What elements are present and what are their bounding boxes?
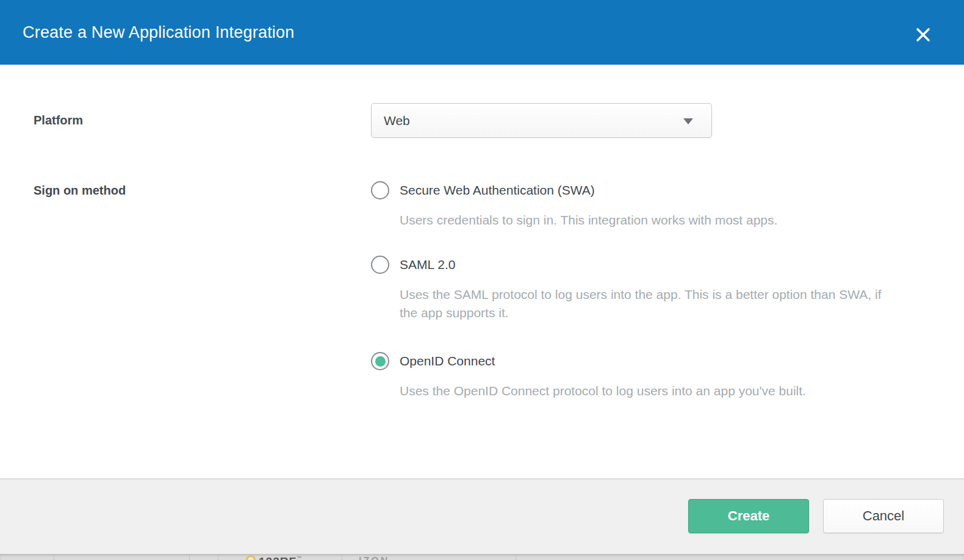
radio-option-swa[interactable]: Secure Web Authentication (SWA) Users cr… xyxy=(371,181,897,229)
sign-on-method-row: Sign on method Secure Web Authentication… xyxy=(34,181,930,400)
sign-on-method-label: Sign on method xyxy=(34,181,371,199)
radio-option-label: Secure Web Authentication (SWA) xyxy=(400,183,595,198)
dialog-body: Platform Web Sign on method Secure Web A… xyxy=(0,65,964,478)
radio-button-icon[interactable] xyxy=(371,181,389,199)
logo-text: 123RF xyxy=(259,555,297,560)
table-divider xyxy=(189,554,190,560)
create-app-integration-dialog: Create a New Application Integration Pla… xyxy=(0,0,964,554)
close-icon xyxy=(915,27,931,43)
dialog-header: Create a New Application Integration xyxy=(0,0,964,65)
platform-selected-value: Web xyxy=(384,113,410,128)
trademark-mark: ™ xyxy=(297,555,301,560)
radio-head: SAML 2.0 xyxy=(371,256,897,274)
radio-head: Secure Web Authentication (SWA) xyxy=(371,181,897,199)
platform-label: Platform xyxy=(34,103,371,138)
dialog-title: Create a New Application Integration xyxy=(23,23,294,42)
create-button[interactable]: Create xyxy=(688,499,809,533)
platform-select[interactable]: Web xyxy=(371,103,712,138)
radio-option-description: Uses the SAML protocol to log users into… xyxy=(371,285,896,322)
radio-button-icon[interactable] xyxy=(371,352,389,370)
close-button[interactable] xyxy=(914,26,932,44)
platform-row: Platform Web xyxy=(34,103,930,138)
sign-on-method-radio-group: Secure Web Authentication (SWA) Users cr… xyxy=(371,181,897,400)
table-divider xyxy=(342,554,342,560)
logo-text: IZON xyxy=(359,556,389,560)
dialog-footer: Create Cancel xyxy=(0,478,964,554)
radio-option-saml[interactable]: SAML 2.0 Uses the SAML protocol to log u… xyxy=(371,256,897,322)
chevron-down-icon xyxy=(683,118,693,124)
background-logo-izon: IZON xyxy=(359,556,389,560)
logo-ring-icon xyxy=(246,555,256,560)
radio-button-icon[interactable] xyxy=(371,256,389,274)
cancel-button[interactable]: Cancel xyxy=(823,499,944,533)
background-page-strip: 123RF ™ IZON xyxy=(0,554,964,560)
table-divider xyxy=(516,554,516,560)
radio-option-label: SAML 2.0 xyxy=(400,257,455,272)
radio-head: OpenID Connect xyxy=(371,352,897,370)
table-divider xyxy=(218,554,218,560)
background-logo-123rf: 123RF ™ xyxy=(246,555,301,560)
radio-option-description: Users credentials to sign in. This integ… xyxy=(371,211,896,229)
radio-option-openid-connect[interactable]: OpenID Connect Uses the OpenID Connect p… xyxy=(371,352,897,400)
table-divider xyxy=(54,554,54,560)
radio-option-description: Uses the OpenID Connect protocol to log … xyxy=(371,382,896,400)
radio-option-label: OpenID Connect xyxy=(400,354,495,368)
